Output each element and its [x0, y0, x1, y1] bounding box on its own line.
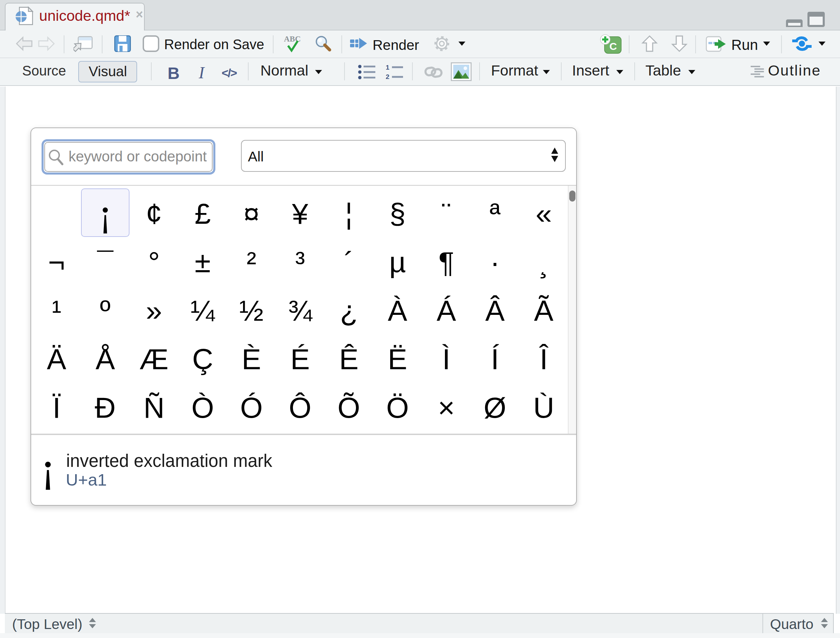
- svg-text:2: 2: [386, 73, 390, 80]
- svg-text:1: 1: [386, 65, 390, 71]
- svg-text:C: C: [609, 41, 617, 52]
